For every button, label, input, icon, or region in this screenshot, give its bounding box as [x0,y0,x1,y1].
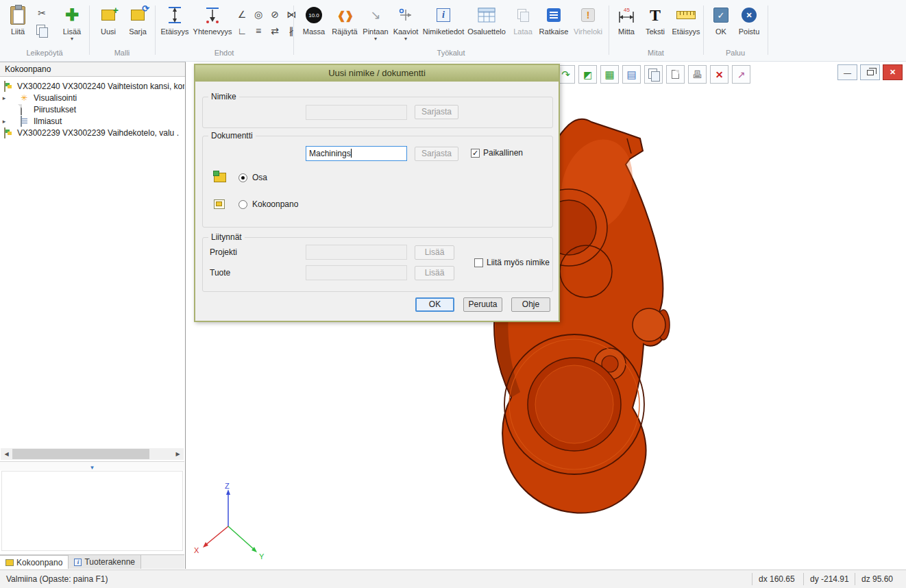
symmetry-constraint-button[interactable]: ⋈ [284,7,299,22]
liitynnat-group-label: Liitynnät [208,232,245,242]
mass-button[interactable]: 10.0 Massa [299,3,329,36]
spreadsheet-button[interactable]: ▦ [600,65,619,84]
measure-button[interactable]: 45 Mitta [613,3,640,36]
tab-tuoterakenne[interactable]: i Tuoterakenne [69,555,141,569]
group-label-return: Paluu [703,49,768,60]
expander-icon[interactable]: ▸ [0,118,8,125]
check-icon: ✓ [713,8,729,23]
coincidence-button[interactable]: Yhtenevyys [192,3,233,36]
kokoonpano-radio[interactable] [238,200,247,209]
chevron-down-icon: ▾ [391,36,421,42]
part-list-button[interactable]: Osaluettelo [466,3,507,36]
new-button[interactable]: + Uusi [95,3,122,36]
coordinate-axes: Z X Y [193,481,275,563]
ok-ribbon-button[interactable]: ✓ OK [709,3,733,36]
concentric-constraint-button[interactable]: ◎ [251,7,266,22]
constraint-icon-grid: ∠ ◎ ⊘ ⋈ ∟ ≡ ⇄ ∦ [234,7,299,38]
close-button[interactable]: ✕ [883,64,903,80]
expander-icon[interactable]: ▸ [0,95,8,101]
kokoonpano-label: Kokoonpano [252,199,298,209]
dialog-help-button[interactable]: Ohje [511,297,550,312]
distance-measure-button[interactable]: Etäisyys [670,3,702,36]
perpendicular-constraint-button[interactable]: ∟ [234,23,249,38]
tangent-constraint-button[interactable]: ⊘ [267,7,282,22]
axis-y-label: Y [259,552,265,561]
maximize-button[interactable] [860,64,880,80]
document-button[interactable]: ▤ [622,65,641,84]
exit-button[interactable]: ✕ Poistu [735,3,763,36]
nimike-sarjasta-button[interactable]: Sarjasta [415,105,458,119]
assembly-icon [4,81,5,92]
paikallinen-checkbox-row[interactable]: ✓ Paikallinen [471,148,523,158]
tree-item-visualization[interactable]: ▸ ✳ Visualisointi [0,92,184,103]
to-surface-button[interactable]: ↘ Pintaan ▾ [360,3,391,42]
insert-button[interactable]: ✚ Lisää ▾ [58,3,86,42]
mass-label: Massa [299,27,329,36]
kokoonpano-radio-row[interactable]: Kokoonpano [238,199,298,209]
group-divider [155,5,156,55]
copy-button[interactable] [34,23,49,38]
error-log-button[interactable]: ! Virheloki [570,3,606,36]
scroll-left-icon[interactable]: ◀ [1,448,12,460]
load-button[interactable]: Lataa [510,3,536,36]
assembly-icon [4,127,5,138]
export-view-button[interactable]: ↗ [732,65,750,84]
dialog-ok-button[interactable]: OK [415,297,454,312]
new-sheet-button[interactable] [666,65,685,84]
series-part-icon: ⟳ [131,10,145,21]
print-button[interactable]: 🖶 [688,65,707,84]
cut-button[interactable]: ✂ [34,5,49,21]
tree-item-label: VX3002240 VX3002240 Vaihteiston kansi, k… [17,82,184,91]
panel-splitter[interactable]: ▼ [0,461,184,470]
osa-radio-row[interactable]: Osa [238,173,267,182]
distance-constraint-button[interactable]: Etäisyys [159,3,191,36]
axis-x-label: X [194,546,199,554]
minimize-button[interactable]: — [837,64,857,80]
collinear-constraint-button[interactable]: ≡ [251,23,266,38]
projekti-lisaa-button[interactable]: Lisää [415,245,454,260]
nonparallel-constraint-button[interactable]: ∦ [284,23,299,38]
group-divider [768,5,768,55]
osa-radio[interactable] [238,173,247,182]
dialog-cancel-button[interactable]: Peruuta [463,297,502,312]
tab-kokoonpano[interactable]: Kokoonpano [0,555,69,569]
copy-sheet-button[interactable] [644,65,663,84]
diagrams-button[interactable]: Kaaviot ▾ [391,3,421,42]
series-button[interactable]: ⟳ Sarja [123,3,152,36]
text-button[interactable]: T Teksti [641,3,669,36]
angle-constraint-button[interactable]: ∠ [234,7,249,22]
projekti-input[interactable] [306,245,407,260]
scrollbar-thumb[interactable] [12,449,149,459]
checkbox-unchecked[interactable] [474,258,483,267]
item-info-button[interactable]: i Nimiketiedot [422,3,465,36]
explode-button[interactable]: ❰❱ Räjäytä [329,3,360,36]
nimike-input[interactable] [306,105,407,120]
dokumentti-sarjasta-button[interactable]: Sarjasta [415,147,458,161]
checkbox-checked-icon[interactable]: ✓ [471,149,480,158]
parallel-constraint-button[interactable]: ⇄ [267,23,282,38]
tree-item-part[interactable]: VX3002239 VX3002239 Vaihdekotelo, valu . [0,127,184,138]
tree-item-drawings[interactable]: Piirustukset [0,103,184,115]
group-label-dimensions: Mitat [609,49,703,60]
solve-button[interactable]: Ratkaise [537,3,570,36]
tree-item-label: Piirustukset [34,105,76,114]
tuote-lisaa-button[interactable]: Lisää [415,266,454,280]
dokumentti-input[interactable]: Machinings [306,146,407,161]
tree-item-appearances[interactable]: ▸ Ilmiasut [0,115,184,127]
delete-view-button[interactable]: ✕ [710,65,729,84]
scroll-right-icon[interactable]: ▶ [172,448,184,460]
paste-button[interactable]: Liitä [3,3,33,36]
liita-myos-checkbox-row[interactable]: Liitä myös nimike [474,258,550,267]
tree-item-root-assembly[interactable]: VX3002240 VX3002240 Vaihteiston kansi, k… [0,80,184,92]
scrollbar-track[interactable] [12,448,172,460]
secondary-pane [1,471,183,551]
dialog-title-bar[interactable]: Uusi nimike / dokumentti [195,65,559,82]
status-dz: dz 95.60 [855,573,906,585]
tuote-input[interactable] [306,265,407,280]
vertical-dimension-icon [167,5,183,25]
ok-ribbon-label: OK [709,27,733,36]
horizontal-scrollbar[interactable]: ◀ ▶ [1,448,184,460]
diagram-icon [397,7,414,23]
coordinate-plane-button[interactable]: ◩ [578,65,597,84]
close-icon: ✕ [890,68,896,77]
